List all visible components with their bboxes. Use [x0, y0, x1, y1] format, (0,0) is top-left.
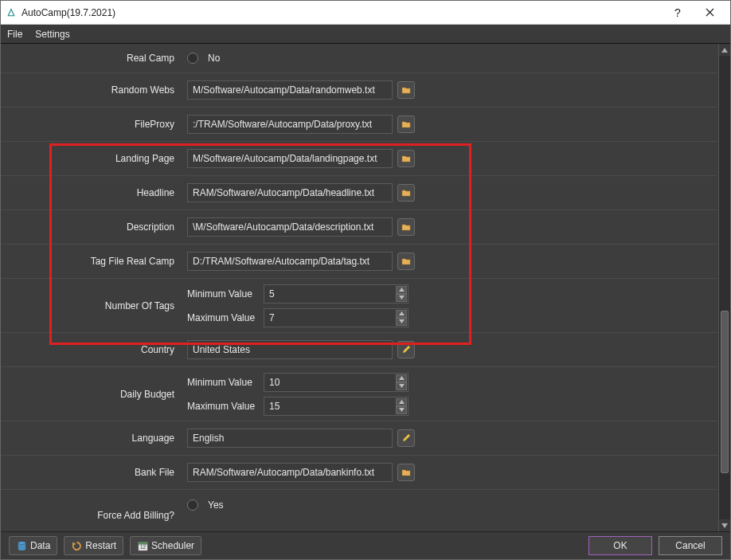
spin-up-tags-min[interactable] [396, 286, 407, 294]
input-budget-min[interactable] [264, 373, 408, 392]
label-file-proxy: FileProxy [1, 108, 182, 141]
browse-description[interactable] [397, 218, 415, 236]
help-button[interactable]: ? [662, 1, 694, 25]
svg-text:12: 12 [139, 544, 146, 550]
pencil-icon [401, 433, 411, 443]
spin-down-budget-max[interactable] [396, 406, 407, 414]
main-panel: Real Camp No Random Webs FileProxy [1, 44, 730, 531]
edit-country[interactable] [397, 341, 415, 358]
bottombar: Data Restart 12 Scheduler OK Cancel [1, 531, 730, 559]
row-tag-file: Tag File Real Camp [1, 244, 717, 278]
browse-file-proxy[interactable] [397, 116, 415, 133]
edit-language[interactable] [397, 429, 415, 447]
menubar: File Settings [1, 25, 730, 44]
label-description: Description [1, 210, 182, 244]
chevron-up-icon [721, 48, 728, 53]
label-tags-max: Maximum Value [187, 312, 259, 323]
input-file-proxy[interactable] [187, 115, 393, 134]
chevron-down-icon [721, 523, 728, 528]
row-country: Country [1, 332, 717, 366]
radio-yes[interactable] [187, 499, 198, 511]
folder-icon [401, 154, 411, 163]
calendar-icon: 12 [137, 540, 148, 551]
refresh-icon [71, 540, 82, 551]
form-container: Real Camp No Random Webs FileProxy [1, 44, 717, 531]
spin-up-tags-max[interactable] [396, 310, 407, 318]
row-landing-page: Landing Page [1, 141, 717, 175]
folder-icon [401, 119, 411, 129]
app-icon [6, 7, 17, 18]
label-headline: Headline [1, 176, 182, 210]
label-tags-min: Minimum Value [187, 288, 259, 300]
scroll-thumb[interactable] [721, 311, 729, 473]
data-button-label: Data [30, 540, 50, 551]
folder-icon [401, 85, 411, 95]
input-random-webs[interactable] [187, 80, 393, 100]
input-budget-max[interactable] [264, 397, 408, 416]
spin-up-budget-min[interactable] [396, 374, 407, 382]
folder-icon [401, 468, 411, 477]
input-bank-file[interactable] [187, 463, 393, 482]
row-number-of-tags: Number Of Tags Minimum Value [1, 278, 717, 332]
spin-up-budget-max[interactable] [396, 398, 407, 406]
input-tags-max[interactable] [264, 308, 408, 327]
input-tag-file[interactable] [187, 252, 393, 271]
label-tag-file: Tag File Real Camp [1, 245, 182, 278]
restart-button-label: Restart [85, 540, 116, 551]
restart-button[interactable]: Restart [64, 536, 123, 555]
row-force-add-billing: Force Add Billing? Yes [1, 489, 717, 521]
row-random-webs: Random Webs [1, 72, 717, 107]
menu-settings[interactable]: Settings [35, 29, 69, 40]
scroll-track[interactable] [719, 56, 730, 519]
browse-bank-file[interactable] [397, 464, 415, 481]
label-daily-budget: Daily Budget [1, 367, 182, 421]
label-budget-max: Maximum Value [187, 401, 259, 412]
row-description: Description [1, 210, 717, 244]
pencil-icon [401, 345, 411, 354]
window-title: AutoCamp(19.7.2021) [22, 7, 662, 18]
label-random-webs: Random Webs [1, 73, 182, 107]
row-file-proxy: FileProxy [1, 107, 717, 141]
browse-headline[interactable] [397, 184, 415, 202]
close-button[interactable] [694, 1, 725, 25]
browse-landing-page[interactable] [397, 150, 415, 167]
row-daily-budget: Daily Budget Minimum Value [1, 366, 717, 421]
label-number-of-tags: Number Of Tags [1, 279, 182, 332]
scheduler-button-label: Scheduler [151, 540, 194, 551]
input-country[interactable] [187, 340, 393, 359]
cancel-button[interactable]: Cancel [659, 536, 722, 555]
menu-file[interactable]: File [7, 29, 22, 40]
label-language: Language [1, 421, 182, 455]
input-language[interactable] [187, 429, 393, 448]
label-force-add-billing: Force Add Billing? [1, 490, 182, 521]
browse-tag-file[interactable] [397, 253, 415, 270]
input-landing-page[interactable] [187, 149, 393, 168]
label-landing-page: Landing Page [1, 142, 182, 175]
input-tags-min[interactable] [264, 284, 408, 303]
label-country: Country [1, 333, 182, 366]
radio-no[interactable] [187, 53, 198, 64]
row-headline: Headline [1, 175, 717, 210]
label-budget-min: Minimum Value [187, 377, 259, 388]
label-real-camp: Real Camp [1, 44, 182, 72]
row-real-camp: Real Camp No [1, 44, 717, 72]
browse-random-webs[interactable] [397, 81, 415, 99]
database-icon [16, 540, 27, 551]
data-button[interactable]: Data [9, 536, 57, 555]
scheduler-button[interactable]: 12 Scheduler [130, 536, 201, 555]
input-headline[interactable] [187, 183, 393, 202]
ok-button[interactable]: OK [588, 536, 652, 555]
spin-down-tags-max[interactable] [396, 318, 407, 326]
scroll-down-arrow[interactable] [719, 519, 730, 531]
folder-icon [401, 188, 411, 198]
spin-down-budget-min[interactable] [396, 382, 407, 390]
vertical-scrollbar[interactable] [718, 44, 730, 531]
row-bank-file: Bank File [1, 455, 717, 489]
input-description[interactable] [187, 217, 393, 237]
titlebar: AutoCamp(19.7.2021) ? [1, 1, 730, 25]
label-bank-file: Bank File [1, 456, 182, 489]
scroll-up-arrow[interactable] [719, 44, 730, 56]
spin-down-tags-min[interactable] [396, 294, 407, 302]
radio-yes-label: Yes [208, 499, 224, 511]
app-window: AutoCamp(19.7.2021) ? File Settings Real… [0, 0, 731, 560]
